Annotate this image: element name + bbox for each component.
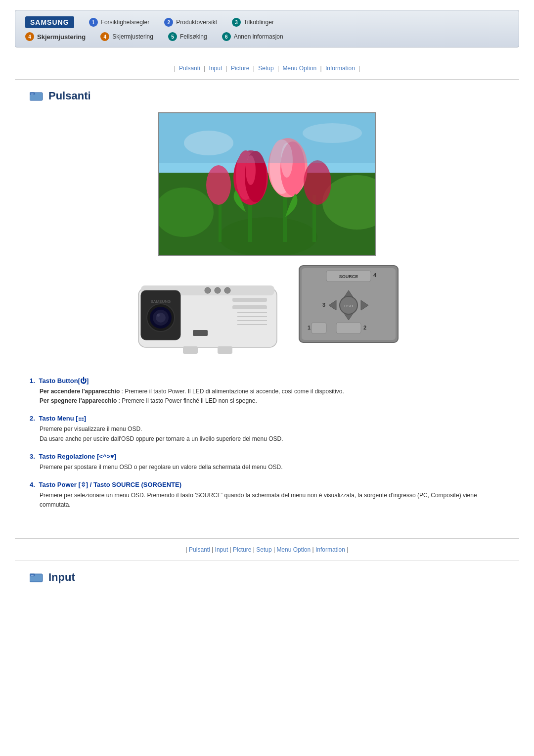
- bc-link-menuoption[interactable]: Menu Option: [282, 65, 316, 72]
- instruction-label-1: Tasto Button[⏻]: [39, 377, 89, 384]
- svg-point-35: [215, 287, 221, 293]
- instruction-title-3: 3. Tasto Regolazione [<^>♥]: [30, 453, 504, 460]
- svg-rect-45: [218, 346, 232, 354]
- section2-title: Input: [48, 571, 75, 584]
- nav-num-4: 4: [100, 32, 109, 41]
- svg-rect-10: [219, 202, 222, 242]
- bc-sep-6: |: [358, 65, 360, 72]
- nav-item-4[interactable]: 4 Skjermjustering: [100, 32, 153, 41]
- svg-text:SOURCE: SOURCE: [339, 274, 358, 279]
- projector-device: SAMSUNG: [134, 258, 287, 362]
- projector-area: SAMSUNG: [30, 258, 504, 362]
- nav-label-5: Feilsøking: [180, 33, 207, 40]
- bc-bot-link-input[interactable]: Input: [215, 546, 228, 553]
- nav-label-6: Annen informasjon: [234, 33, 283, 40]
- section2-header: Input: [30, 571, 504, 584]
- svg-rect-2: [31, 94, 34, 94]
- nav-num-1: 1: [89, 18, 98, 27]
- svg-rect-9: [283, 197, 287, 242]
- svg-text:OSD: OSD: [344, 304, 353, 308]
- bc-sep-0: |: [174, 65, 177, 72]
- item-num-2: 2.: [30, 415, 35, 422]
- bc-link-information[interactable]: Information: [325, 65, 355, 72]
- image-area: SAMSUNG: [30, 112, 504, 362]
- section2: Input: [30, 571, 504, 584]
- bc-bot-link-menuoption[interactable]: Menu Option: [276, 546, 311, 553]
- svg-rect-58: [312, 323, 326, 333]
- svg-point-34: [205, 287, 211, 293]
- instruction-title-2: 2. Tasto Menu [⚏]: [30, 415, 504, 422]
- instruction-body-1: Per accendere l'apparecchio : Premere il…: [30, 387, 504, 406]
- svg-rect-44: [183, 346, 198, 354]
- instruction-label-2: Tasto Menu [⚏]: [39, 415, 86, 422]
- svg-rect-60: [336, 323, 361, 333]
- instruction-title-1: 1. Tasto Button[⏻]: [30, 377, 504, 384]
- bc-link-input[interactable]: Input: [209, 65, 222, 72]
- instruction-line-3a: Premere per spostare il menu OSD o per r…: [40, 463, 504, 472]
- nav-num-2: 2: [164, 18, 173, 27]
- instruction-2: 2. Tasto Menu [⚏] Premere per visualizza…: [30, 415, 504, 443]
- svg-rect-24: [159, 113, 376, 163]
- instruction-body-3: Premere per spostare il menu OSD o per r…: [30, 463, 504, 472]
- instruction-body-2: Premere per visualizzare il menu OSD. Da…: [30, 425, 504, 443]
- control-panel: SOURCE 4 OSD 3: [297, 263, 400, 347]
- nav-item-2[interactable]: 2 Produktoversikt: [164, 18, 217, 27]
- nav-num-5: 5: [168, 32, 177, 41]
- bc-sep-5: |: [320, 65, 323, 72]
- nav-num-3: 3: [232, 18, 241, 27]
- nav-item-1[interactable]: 1 Forsiktighetsregler: [89, 18, 150, 27]
- svg-text:1: 1: [308, 325, 311, 331]
- nav-item-6[interactable]: 6 Annen informasjon: [222, 32, 283, 41]
- nav-label-2: Produktoversikt: [176, 19, 217, 26]
- svg-point-33: [157, 314, 160, 317]
- bc-link-setup[interactable]: Setup: [258, 65, 273, 72]
- bc-bot-link-picture[interactable]: Picture: [233, 546, 251, 553]
- instruction-3: 3. Tasto Regolazione [<^>♥] Premere per …: [30, 453, 504, 472]
- svg-rect-43: [193, 330, 208, 336]
- bc-bot-sep-6: |: [347, 546, 348, 553]
- instruction-line-1a: Per accendere l'apparecchio : Premere il…: [40, 387, 504, 396]
- bc-bot-link-pulsanti[interactable]: Pulsanti: [189, 546, 210, 553]
- bc-sep-4: |: [277, 65, 280, 72]
- svg-point-7: [219, 217, 317, 256]
- bc-bot-link-information[interactable]: Information: [315, 546, 345, 553]
- main-content: Pulsanti: [30, 80, 504, 528]
- section1-title: Pulsanti: [48, 90, 91, 102]
- instruction-label-3: Tasto Regolazione [<^>♥]: [39, 453, 116, 460]
- svg-rect-37: [232, 298, 267, 302]
- input-icon: [30, 572, 44, 583]
- item-num-3: 3.: [30, 453, 35, 460]
- nav-item-5[interactable]: 5 Feilsøking: [168, 32, 207, 41]
- nav-item-3[interactable]: 3 Tilkoblinger: [232, 18, 274, 27]
- nav-row-1: SAMSUNG 1 Forsiktighetsregler 2 Produkto…: [25, 16, 509, 28]
- bc-sep-2: |: [226, 65, 229, 72]
- svg-point-36: [224, 287, 230, 293]
- svg-text:2: 2: [363, 325, 366, 331]
- instruction-1: 1. Tasto Button[⏻] Per accendere l'appar…: [30, 377, 504, 406]
- nav-num-4-active: 4: [25, 32, 34, 41]
- svg-text:SAMSUNG: SAMSUNG: [151, 299, 171, 304]
- bc-bot-link-setup[interactable]: Setup: [256, 546, 271, 553]
- nav-label-4-active: Skjermjustering: [37, 33, 86, 41]
- instruction-label-4: Tasto Power [⇳] / Tasto SOURCE (SORGENTE…: [39, 481, 181, 488]
- pulsanti-icon: [30, 91, 44, 101]
- svg-rect-38: [232, 305, 267, 309]
- projector-svg: SAMSUNG: [134, 258, 287, 362]
- svg-text:4: 4: [373, 272, 377, 278]
- bc-link-pulsanti[interactable]: Pulsanti: [179, 65, 200, 72]
- instruction-body-4: Premere per selezionare un menu OSD. Pre…: [30, 491, 504, 510]
- nav-item-active[interactable]: 4 Skjermjustering: [25, 32, 86, 41]
- instruction-title-4: 4. Tasto Power [⇳] / Tasto SOURCE (SORGE…: [30, 481, 504, 488]
- instruction-line-4a: Premere per selezionare un menu OSD. Pre…: [40, 491, 504, 510]
- svg-rect-64: [31, 575, 34, 576]
- bc-sep-3: |: [253, 65, 256, 72]
- instruction-4: 4. Tasto Power [⇳] / Tasto SOURCE (SORGE…: [30, 481, 504, 510]
- nav-row-2: 4 Skjermjustering 4 Skjermjustering 5 Fe…: [25, 32, 509, 41]
- bc-link-picture[interactable]: Picture: [231, 65, 249, 72]
- item-num-4: 4.: [30, 481, 35, 488]
- tulip-photo: [158, 112, 376, 256]
- nav-label-4: Skjermjustering: [112, 33, 153, 40]
- item-num-1: 1.: [30, 377, 35, 384]
- instruction-line-2b: Da usare anche per uscire dall'OSD oppur…: [40, 434, 504, 444]
- top-breadcrumb: | Pulsanti | Input | Picture | Setup | M…: [15, 57, 519, 80]
